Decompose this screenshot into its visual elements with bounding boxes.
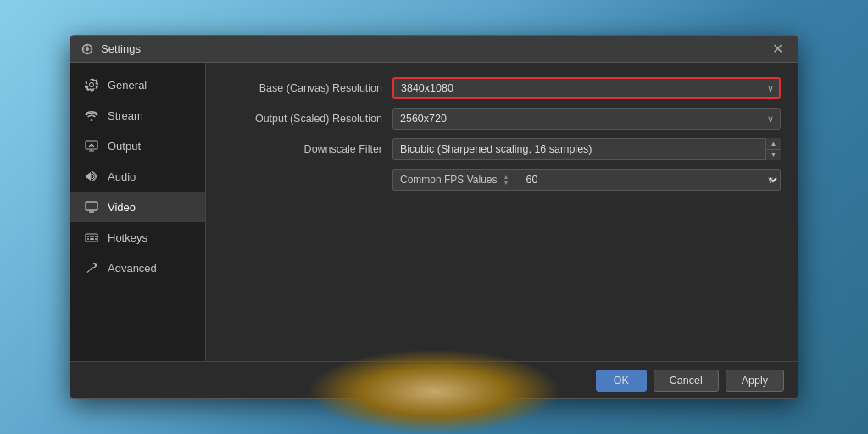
titlebar: Settings ✕ (70, 36, 798, 63)
output-resolution-row: Output (Scaled) Resolution 2560x720 (223, 107, 781, 131)
fps-tag-text: Common FPS Values (400, 174, 498, 186)
downscale-filter-input[interactable] (392, 138, 781, 160)
sidebar-item-stream[interactable]: Stream (70, 100, 205, 131)
fps-dropdown-wrapper: 60 (515, 169, 781, 191)
sidebar-label-audio: Audio (108, 170, 136, 183)
gear-icon (84, 77, 99, 92)
close-button[interactable]: ✕ (767, 39, 787, 59)
sidebar-item-hotkeys[interactable]: Hotkeys (70, 222, 205, 253)
base-resolution-control: 3840x1080 (392, 77, 781, 99)
downscale-filter-arrows: ▲ ▼ (765, 138, 781, 160)
fps-tag: Common FPS Values ▲ ▼ (392, 169, 515, 191)
dialog-title: Settings (101, 42, 767, 55)
fps-label-wrapper: Common FPS Values ▲ ▼ 60 (392, 169, 781, 191)
output-icon (84, 138, 99, 153)
output-resolution-dropdown[interactable]: 2560x720 (392, 108, 781, 130)
base-resolution-dropdown[interactable]: 3840x1080 (392, 77, 781, 99)
wifi-icon (84, 108, 99, 123)
downscale-filter-wrapper: ▲ ▼ (392, 138, 781, 160)
sidebar-label-stream: Stream (108, 109, 143, 122)
fps-row: Common FPS Values ▲ ▼ 60 (223, 168, 781, 192)
downscale-filter-up[interactable]: ▲ (766, 138, 781, 150)
fps-tag-arrows: ▲ ▼ (504, 174, 509, 186)
sidebar-label-advanced: Advanced (108, 262, 157, 275)
base-resolution-label: Base (Canvas) Resolution (223, 82, 392, 94)
sidebar-label-hotkeys: Hotkeys (108, 231, 147, 244)
dialog-footer: OK Cancel Apply (70, 361, 798, 398)
keyboard-icon (84, 230, 99, 245)
sidebar-item-general[interactable]: General (70, 70, 205, 100)
sidebar-item-video[interactable]: Video (70, 192, 205, 222)
cancel-button[interactable]: Cancel (654, 370, 719, 392)
output-resolution-control: 2560x720 (392, 108, 781, 130)
settings-grid: Base (Canvas) Resolution 3840x1080 Outpu… (223, 76, 781, 192)
sidebar-label-video: Video (108, 201, 136, 214)
sidebar-item-advanced[interactable]: Advanced (70, 253, 205, 283)
fps-dropdown[interactable]: 60 (515, 169, 781, 191)
svg-point-1 (86, 47, 89, 51)
ok-button[interactable]: OK (596, 370, 647, 392)
output-resolution-dropdown-wrapper: 2560x720 (392, 108, 781, 130)
sidebar-label-output: Output (108, 140, 141, 153)
downscale-filter-label: Downscale Filter (223, 143, 392, 155)
sidebar-label-general: General (108, 79, 147, 92)
downscale-filter-down[interactable]: ▼ (766, 150, 781, 161)
apply-button[interactable]: Apply (726, 370, 784, 392)
svg-rect-12 (86, 234, 97, 242)
titlebar-icon (81, 42, 94, 56)
output-resolution-label: Output (Scaled) Resolution (223, 113, 392, 125)
sidebar-item-output[interactable]: Output (70, 131, 205, 161)
fps-control: Common FPS Values ▲ ▼ 60 (392, 169, 781, 191)
downscale-filter-control: ▲ ▼ (392, 138, 781, 160)
monitor-icon (84, 199, 99, 214)
main-content: Base (Canvas) Resolution 3840x1080 Outpu… (206, 63, 798, 361)
svg-rect-9 (86, 202, 97, 210)
base-resolution-dropdown-wrapper: 3840x1080 (392, 77, 781, 99)
settings-dialog: Settings ✕ General (70, 35, 798, 399)
base-resolution-row: Base (Canvas) Resolution 3840x1080 (223, 76, 781, 100)
sidebar: General Stream (70, 63, 206, 361)
downscale-filter-row: Downscale Filter ▲ ▼ (223, 137, 781, 161)
sidebar-item-audio[interactable]: Audio (70, 161, 205, 192)
dialog-body: General Stream (70, 63, 798, 361)
wrench-icon (84, 260, 99, 275)
speaker-icon (84, 169, 99, 184)
